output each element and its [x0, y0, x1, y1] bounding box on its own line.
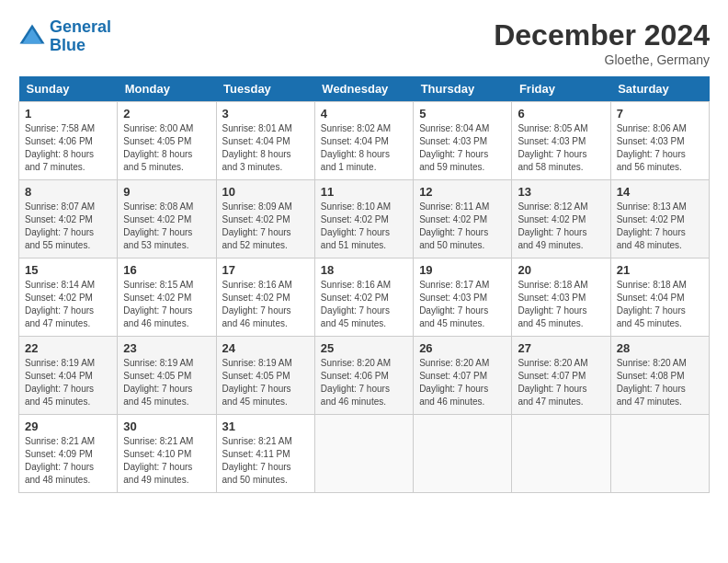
day-number: 12 [419, 185, 506, 199]
logo-icon [18, 23, 46, 51]
day-number: 18 [321, 263, 407, 277]
day-info: Sunrise: 8:14 AM Sunset: 4:02 PM Dayligh… [25, 279, 111, 330]
day-number: 22 [25, 341, 111, 355]
day-cell-11: 11Sunrise: 8:10 AM Sunset: 4:02 PM Dayli… [314, 180, 413, 259]
day-info: Sunrise: 8:04 AM Sunset: 4:03 PM Dayligh… [419, 122, 506, 174]
day-cell-23: 23Sunrise: 8:19 AM Sunset: 4:05 PM Dayli… [118, 337, 216, 415]
calendar-body: 1Sunrise: 7:58 AM Sunset: 4:06 PM Daylig… [19, 102, 710, 493]
day-number: 2 [123, 107, 210, 121]
day-info: Sunrise: 8:19 AM Sunset: 4:05 PM Dayligh… [222, 357, 309, 408]
day-number: 25 [321, 341, 407, 355]
day-number: 7 [617, 107, 703, 121]
day-info: Sunrise: 8:09 AM Sunset: 4:02 PM Dayligh… [222, 201, 309, 252]
day-cell-8: 8Sunrise: 8:07 AM Sunset: 4:02 PM Daylig… [19, 180, 118, 259]
day-cell-22: 22Sunrise: 8:19 AM Sunset: 4:04 PM Dayli… [19, 337, 118, 415]
day-cell-7: 7Sunrise: 8:06 AM Sunset: 4:03 PM Daylig… [610, 102, 709, 180]
day-cell-31: 31Sunrise: 8:21 AM Sunset: 4:11 PM Dayli… [216, 415, 314, 493]
day-header-friday: Friday [512, 76, 610, 102]
logo-text: General Blue [50, 18, 111, 55]
day-number: 14 [617, 185, 703, 199]
logo-line1: General [50, 17, 111, 36]
day-number: 6 [518, 107, 604, 121]
day-info: Sunrise: 8:17 AM Sunset: 4:03 PM Dayligh… [419, 279, 506, 330]
day-cell-25: 25Sunrise: 8:20 AM Sunset: 4:06 PM Dayli… [314, 337, 413, 415]
day-number: 16 [123, 263, 210, 277]
day-info: Sunrise: 8:01 AM Sunset: 4:04 PM Dayligh… [222, 122, 309, 174]
day-cell-6: 6Sunrise: 8:05 AM Sunset: 4:03 PM Daylig… [512, 102, 610, 180]
empty-cell [414, 415, 512, 493]
day-number: 26 [419, 341, 506, 355]
day-cell-2: 2Sunrise: 8:00 AM Sunset: 4:05 PM Daylig… [118, 102, 216, 180]
day-number: 13 [518, 185, 604, 199]
day-cell-26: 26Sunrise: 8:20 AM Sunset: 4:07 PM Dayli… [414, 337, 512, 415]
week-row-3: 15Sunrise: 8:14 AM Sunset: 4:02 PM Dayli… [19, 259, 710, 337]
day-number: 8 [25, 185, 111, 199]
day-info: Sunrise: 7:58 AM Sunset: 4:06 PM Dayligh… [25, 122, 111, 174]
day-info: Sunrise: 8:20 AM Sunset: 4:07 PM Dayligh… [419, 357, 506, 408]
day-info: Sunrise: 8:18 AM Sunset: 4:04 PM Dayligh… [617, 279, 703, 330]
day-cell-3: 3Sunrise: 8:01 AM Sunset: 4:04 PM Daylig… [216, 102, 314, 180]
day-number: 11 [321, 185, 407, 199]
location-subtitle: Gloethe, Germany [494, 52, 710, 67]
logo-line2: Blue [50, 36, 85, 54]
day-info: Sunrise: 8:21 AM Sunset: 4:11 PM Dayligh… [222, 435, 309, 487]
day-cell-5: 5Sunrise: 8:04 AM Sunset: 4:03 PM Daylig… [414, 102, 512, 180]
day-info: Sunrise: 8:11 AM Sunset: 4:02 PM Dayligh… [419, 201, 506, 252]
calendar-header: SundayMondayTuesdayWednesdayThursdayFrid… [19, 76, 710, 102]
day-cell-28: 28Sunrise: 8:20 AM Sunset: 4:08 PM Dayli… [610, 337, 709, 415]
day-number: 24 [222, 341, 309, 355]
day-info: Sunrise: 8:20 AM Sunset: 4:06 PM Dayligh… [321, 357, 407, 408]
day-info: Sunrise: 8:20 AM Sunset: 4:08 PM Dayligh… [617, 357, 703, 408]
day-info: Sunrise: 8:18 AM Sunset: 4:03 PM Dayligh… [518, 279, 604, 330]
day-number: 17 [222, 263, 309, 277]
day-info: Sunrise: 8:16 AM Sunset: 4:02 PM Dayligh… [321, 279, 407, 330]
day-number: 29 [25, 419, 111, 433]
day-header-tuesday: Tuesday [216, 76, 314, 102]
day-cell-4: 4Sunrise: 8:02 AM Sunset: 4:04 PM Daylig… [314, 102, 413, 180]
day-info: Sunrise: 8:08 AM Sunset: 4:02 PM Dayligh… [123, 201, 210, 252]
day-info: Sunrise: 8:19 AM Sunset: 4:05 PM Dayligh… [123, 357, 210, 408]
week-row-2: 8Sunrise: 8:07 AM Sunset: 4:02 PM Daylig… [19, 180, 710, 259]
empty-cell [610, 415, 709, 493]
day-header-thursday: Thursday [414, 76, 512, 102]
day-number: 30 [123, 419, 210, 433]
day-cell-10: 10Sunrise: 8:09 AM Sunset: 4:02 PM Dayli… [216, 180, 314, 259]
day-cell-13: 13Sunrise: 8:12 AM Sunset: 4:02 PM Dayli… [512, 180, 610, 259]
day-number: 4 [321, 107, 407, 121]
day-info: Sunrise: 8:00 AM Sunset: 4:05 PM Dayligh… [123, 122, 210, 174]
day-number: 3 [222, 107, 309, 121]
week-row-4: 22Sunrise: 8:19 AM Sunset: 4:04 PM Dayli… [19, 337, 710, 415]
calendar-table: SundayMondayTuesdayWednesdayThursdayFrid… [18, 76, 710, 493]
day-number: 23 [123, 341, 210, 355]
day-cell-1: 1Sunrise: 7:58 AM Sunset: 4:06 PM Daylig… [19, 102, 118, 180]
day-number: 31 [222, 419, 309, 433]
day-header-sunday: Sunday [19, 76, 118, 102]
day-header-saturday: Saturday [610, 76, 709, 102]
day-number: 5 [419, 107, 506, 121]
day-cell-9: 9Sunrise: 8:08 AM Sunset: 4:02 PM Daylig… [118, 180, 216, 259]
day-cell-29: 29Sunrise: 8:21 AM Sunset: 4:09 PM Dayli… [19, 415, 118, 493]
day-number: 27 [518, 341, 604, 355]
day-number: 1 [25, 107, 111, 121]
day-cell-16: 16Sunrise: 8:15 AM Sunset: 4:02 PM Dayli… [118, 259, 216, 337]
day-number: 20 [518, 263, 604, 277]
day-info: Sunrise: 8:06 AM Sunset: 4:03 PM Dayligh… [617, 122, 703, 174]
empty-cell [512, 415, 610, 493]
week-row-5: 29Sunrise: 8:21 AM Sunset: 4:09 PM Dayli… [19, 415, 710, 493]
day-number: 15 [25, 263, 111, 277]
day-number: 21 [617, 263, 703, 277]
day-cell-30: 30Sunrise: 8:21 AM Sunset: 4:10 PM Dayli… [118, 415, 216, 493]
day-cell-27: 27Sunrise: 8:20 AM Sunset: 4:07 PM Dayli… [512, 337, 610, 415]
day-info: Sunrise: 8:05 AM Sunset: 4:03 PM Dayligh… [518, 122, 604, 174]
day-cell-18: 18Sunrise: 8:16 AM Sunset: 4:02 PM Dayli… [314, 259, 413, 337]
day-info: Sunrise: 8:19 AM Sunset: 4:04 PM Dayligh… [25, 357, 111, 408]
day-info: Sunrise: 8:02 AM Sunset: 4:04 PM Dayligh… [321, 122, 407, 174]
day-info: Sunrise: 8:13 AM Sunset: 4:02 PM Dayligh… [617, 201, 703, 252]
logo: General Blue [18, 18, 111, 55]
week-row-1: 1Sunrise: 7:58 AM Sunset: 4:06 PM Daylig… [19, 102, 710, 180]
day-cell-17: 17Sunrise: 8:16 AM Sunset: 4:02 PM Dayli… [216, 259, 314, 337]
day-info: Sunrise: 8:20 AM Sunset: 4:07 PM Dayligh… [518, 357, 604, 408]
day-info: Sunrise: 8:21 AM Sunset: 4:10 PM Dayligh… [123, 435, 210, 487]
day-header-wednesday: Wednesday [314, 76, 413, 102]
days-header-row: SundayMondayTuesdayWednesdayThursdayFrid… [19, 76, 710, 102]
